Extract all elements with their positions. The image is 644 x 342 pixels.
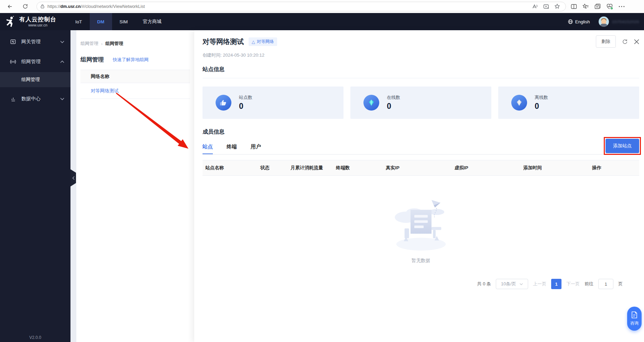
network-type-badge: △ 对等网络 xyxy=(249,37,277,46)
split-screen-icon[interactable] xyxy=(571,4,577,9)
network-list-item[interactable]: 对等网络测试 xyxy=(80,83,190,99)
sidebar-label: 数据中心 xyxy=(21,96,41,102)
breadcrumb: 组网管理 › 组网管理 xyxy=(80,41,190,47)
language-label: English xyxy=(575,19,590,24)
collections-icon[interactable] xyxy=(594,3,601,9)
url-text[interactable]: https://dm.usr.cn/#/cloud/network/ViewNe… xyxy=(47,4,532,9)
sidebar-subitem-network-management-active[interactable]: 组网管理 xyxy=(0,72,70,87)
page-title: 组网管理 xyxy=(80,56,104,64)
stat-value: 0 xyxy=(239,102,252,111)
breadcrumb-root[interactable]: 组网管理 xyxy=(80,41,98,47)
quick-learn-link[interactable]: 快速了解异地组网 xyxy=(113,57,149,63)
chevron-down-icon xyxy=(520,283,523,285)
current-page-button[interactable]: 1 xyxy=(551,279,561,289)
goto-page-input[interactable] xyxy=(598,279,613,289)
username-redacted[interactable]: 15754152026 xyxy=(612,19,639,24)
triangle-icon: △ xyxy=(252,39,255,44)
lock-icon[interactable] xyxy=(40,4,45,9)
browser-chrome: https://dm.usr.cn/#/cloud/network/ViewNe… xyxy=(0,0,644,13)
detail-title: 对等网络测试 xyxy=(203,37,244,46)
language-switch[interactable]: English xyxy=(568,19,590,24)
delete-button[interactable]: 删除 xyxy=(596,35,616,48)
favorites-bar-icon[interactable] xyxy=(582,3,589,9)
offline-gem-icon xyxy=(511,95,527,111)
empty-state: 暂无数据 xyxy=(203,198,639,264)
read-aloud-icon[interactable] xyxy=(532,4,538,9)
col-terminal-count: 终端数 xyxy=(333,165,383,171)
refresh-icon[interactable] xyxy=(622,39,628,45)
favorite-star-icon[interactable] xyxy=(554,3,560,9)
annotation-highlight-box: 添加站点 xyxy=(604,137,641,155)
tab-sites[interactable]: 站点 xyxy=(203,140,213,154)
network-name-column-header: 网络名称 xyxy=(80,70,190,83)
tab-dm[interactable]: DM xyxy=(90,13,112,30)
document-icon xyxy=(631,311,638,319)
app-logo[interactable]: 有人云控制台 www.usr.cn xyxy=(4,15,68,28)
table-header: 站点名称 状态 月累计消耗流量 终端数 真实IP 虚拟IP 添加时间 操作 xyxy=(203,160,639,176)
picture-in-picture-icon[interactable] xyxy=(543,4,549,9)
breadcrumb-separator: › xyxy=(101,41,102,46)
col-status: 状态 xyxy=(258,165,288,171)
empty-text: 暂无数据 xyxy=(412,258,430,264)
avatar[interactable] xyxy=(599,16,609,27)
sidebar-item-gateway-management[interactable]: 网关管理 xyxy=(0,34,70,50)
member-tabs: 站点 终端 用户 添加站点 xyxy=(203,140,639,155)
goto-label: 前往 xyxy=(585,281,593,287)
stat-card-sites: 站点数 0 xyxy=(203,87,343,119)
consult-label: 咨询 xyxy=(630,320,638,326)
product-tabs: IoT DM SIM 官方商城 xyxy=(68,13,169,30)
online-gem-icon xyxy=(363,95,379,111)
sidebar-label: 网关管理 xyxy=(21,39,41,45)
globe-icon xyxy=(568,19,573,24)
address-bar[interactable]: https://dm.usr.cn/#/cloud/network/ViewNe… xyxy=(36,2,566,11)
pagination: 共 0 条 10条/页 上一页 1 下一页 前往 页 xyxy=(203,279,623,289)
add-site-button[interactable]: 添加站点 xyxy=(605,139,639,153)
tab-iot[interactable]: IoT xyxy=(68,13,90,30)
consult-fab[interactable]: 咨询 xyxy=(627,307,642,331)
divider xyxy=(203,78,639,78)
prev-page-button[interactable]: 上一页 xyxy=(533,281,546,287)
tab-official-store[interactable]: 官方商城 xyxy=(135,13,169,30)
browser-essentials-icon[interactable] xyxy=(606,3,613,10)
browser-back-button[interactable] xyxy=(5,2,15,11)
page-size-select[interactable]: 10条/页 xyxy=(496,279,528,289)
more-menu-icon[interactable] xyxy=(619,5,625,8)
stat-cards: 站点数 0 在线数 0 离线数 0 xyxy=(203,87,639,119)
browser-reload-button[interactable] xyxy=(20,2,30,11)
created-time: 创建时间: 2024-05-30 10:20:12 xyxy=(203,52,639,58)
app-title: 有人云控制台 xyxy=(19,16,56,23)
col-monthly-traffic: 月累计消耗流量 xyxy=(288,165,333,171)
tab-sim[interactable]: SIM xyxy=(112,13,135,30)
broadcast-icon xyxy=(10,59,17,65)
close-icon[interactable] xyxy=(634,39,639,44)
chevron-down-icon xyxy=(60,41,64,43)
col-virtual-ip: 虚拟IP xyxy=(452,165,521,171)
panel-gap xyxy=(70,30,76,342)
sidebar-label: 组网管理 xyxy=(21,59,41,65)
goto-suffix: 页 xyxy=(618,281,623,287)
thumbs-up-icon xyxy=(216,95,231,111)
top-navbar: 有人云控制台 www.usr.cn IoT DM SIM 官方商城 Englis… xyxy=(0,13,644,30)
sidebar-item-data-center[interactable]: 数据中心 xyxy=(0,91,70,107)
network-detail-drawer: 对等网络测试 △ 对等网络 删除 创建时间: 2024-05-30 10:20:… xyxy=(194,30,644,342)
stat-label: 在线数 xyxy=(387,94,400,101)
stat-label: 离线数 xyxy=(535,94,548,101)
app-version: V2.0.0 xyxy=(0,335,70,340)
empty-illustration xyxy=(391,198,451,252)
sidebar-sublabel: 组网管理 xyxy=(21,77,40,83)
gateway-icon xyxy=(10,39,17,45)
stat-card-offline: 离线数 0 xyxy=(498,87,639,119)
col-real-ip: 真实IP xyxy=(383,165,452,171)
col-added-time: 添加时间 xyxy=(521,165,589,171)
usr-logo-icon xyxy=(4,15,17,28)
sidebar: 网关管理 组网管理 组网管理 数据中心 V2.0.0 xyxy=(0,30,70,342)
next-page-button[interactable]: 下一页 xyxy=(566,281,580,287)
col-site-name: 站点名称 xyxy=(203,165,258,171)
section-members: 成员信息 xyxy=(203,128,639,136)
stat-card-online: 在线数 0 xyxy=(350,87,491,119)
tab-terminals[interactable]: 终端 xyxy=(227,140,237,154)
network-list-panel: 组网管理 › 组网管理 组网管理 快速了解异地组网 网络名称 对等网络测试 xyxy=(76,30,194,342)
tab-users[interactable]: 用户 xyxy=(251,140,261,154)
total-count: 共 0 条 xyxy=(477,281,491,287)
sidebar-item-network-management[interactable]: 组网管理 xyxy=(0,54,70,70)
